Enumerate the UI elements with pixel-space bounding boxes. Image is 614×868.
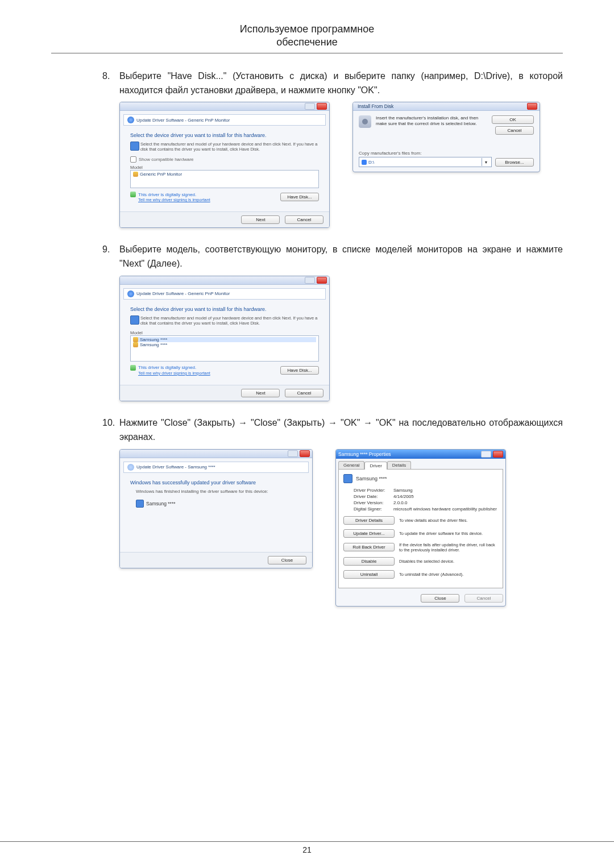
step-8-number: 8. (102, 69, 119, 98)
uninstall-button[interactable]: Uninstall (343, 570, 395, 579)
breadcrumb-text: Update Driver Software - Samsung **** (136, 464, 215, 470)
model-item: Generic PnP Monitor (140, 172, 182, 177)
tab-details[interactable]: Details (387, 461, 411, 469)
model-listbox[interactable]: Samsung **** Samsung **** (130, 335, 319, 362)
device-entry: Samsung **** (136, 500, 302, 508)
shield-icon (130, 192, 136, 197)
back-icon[interactable] (127, 290, 134, 297)
step-9: 9. Выберите модель, соответствующую мони… (102, 243, 563, 271)
next-button[interactable]: Next (241, 389, 280, 397)
disk-icon (359, 115, 371, 128)
provider-value: Samsung (393, 488, 413, 493)
why-signing-link[interactable]: Tell me why driver signing is important (138, 197, 210, 202)
page-number: 21 (0, 841, 614, 854)
titlebar: Samsung **** Properties (336, 450, 505, 459)
titlebar (120, 102, 329, 111)
dialog-update-driver-2: Update Driver Software - Generic PnP Mon… (119, 276, 330, 401)
step-10-number: 10. (102, 416, 119, 445)
cancel-button[interactable]: Cancel (285, 215, 323, 224)
ok-button[interactable]: OK (492, 115, 534, 124)
have-disk-button[interactable]: Have Disk... (280, 193, 319, 201)
provider-key: Driver Provider: (354, 488, 393, 493)
ifd-title: Install From Disk (355, 103, 393, 109)
monitor-icon (343, 474, 352, 483)
next-button[interactable]: Next (241, 215, 280, 224)
uninstall-desc: To uninstall the driver (Advanced). (399, 572, 498, 577)
help-icon[interactable] (481, 451, 491, 458)
back-icon[interactable] (127, 117, 134, 123)
monitor-item-icon (133, 172, 138, 177)
date-value: 4/14/2005 (393, 494, 414, 499)
breadcrumb: Update Driver Software - Generic PnP Mon… (123, 288, 326, 300)
cancel-button[interactable]: Cancel (285, 389, 323, 397)
minimize-icon[interactable] (305, 277, 315, 284)
close-icon[interactable] (493, 451, 503, 458)
update-driver-button[interactable]: Update Driver... (343, 529, 395, 538)
have-disk-button[interactable]: Have Disk... (280, 366, 319, 375)
cancel-button: Cancel (464, 594, 503, 603)
dialog-title: Select the device driver you want to ins… (130, 132, 319, 138)
close-button[interactable]: Close (268, 556, 306, 564)
device-name: Samsung **** (356, 476, 387, 481)
props-title: Samsung **** Properties (338, 451, 391, 457)
model-label: Model (130, 330, 319, 335)
step-8-text: Выберите "Have Disk..." (Установить с ди… (119, 69, 563, 98)
titlebar: Install From Disk (353, 102, 540, 111)
tab-general[interactable]: General (338, 461, 364, 469)
device-icon (130, 315, 139, 325)
location-icon (362, 160, 367, 165)
close-button[interactable]: Close (421, 594, 459, 603)
tab-body-driver: Samsung **** Driver Provider:Samsung Dri… (338, 469, 503, 588)
minimize-icon[interactable] (288, 450, 298, 457)
path-combobox[interactable]: D:\ ▼ (359, 157, 492, 167)
version-key: Driver Version: (354, 500, 393, 505)
header-line2: обеспечение (51, 36, 563, 49)
close-icon[interactable] (527, 103, 537, 110)
close-icon[interactable] (317, 103, 327, 110)
step-9-text: Выберите модель, соответствующую монитор… (119, 243, 563, 271)
update-driver-desc: To update the driver software for this d… (399, 531, 498, 536)
header-line1: Используемое программное (240, 23, 375, 35)
browse-button[interactable]: Browse... (495, 158, 534, 167)
titlebar (120, 276, 329, 285)
dialog-device-properties: Samsung **** Properties General Driver D… (335, 449, 506, 607)
signer-value: microsoft windows hardware compatibility… (393, 506, 497, 512)
chevron-down-icon[interactable]: ▼ (482, 158, 490, 166)
monitor-item-icon (133, 337, 138, 342)
minimize-icon[interactable] (305, 103, 315, 110)
monitor-icon (136, 500, 144, 508)
cancel-button[interactable]: Cancel (495, 126, 534, 135)
model-item-1: Samsung **** (140, 337, 167, 342)
ifd-text: Insert the manufacturer's installation d… (376, 115, 487, 126)
dialog-description: Select the manufacturer and model of you… (140, 315, 319, 326)
back-icon (127, 464, 134, 471)
breadcrumb-text: Update Driver Software - Generic PnP Mon… (136, 291, 230, 296)
model-listbox[interactable]: Generic PnP Monitor (130, 170, 319, 188)
signed-label: This driver is digitally signed. (138, 365, 196, 370)
driver-details-button[interactable]: Driver Details (343, 516, 395, 525)
rollback-driver-button[interactable]: Roll Back Driver (343, 543, 395, 551)
dialog-install-from-disk: Install From Disk Insert the manufacture… (352, 102, 540, 172)
breadcrumb-text: Update Driver Software - Generic PnP Mon… (136, 118, 230, 123)
tab-driver[interactable]: Driver (364, 462, 387, 470)
rollback-driver-desc: If the device fails after updating the d… (399, 542, 498, 553)
dialog-update-success: Update Driver Software - Samsung **** Wi… (119, 449, 313, 568)
step-9-number: 9. (102, 243, 119, 271)
show-compatible-checkbox[interactable]: Show compatible hardware (130, 156, 319, 163)
close-icon[interactable] (317, 277, 327, 284)
disable-button[interactable]: Disable (343, 557, 395, 566)
version-value: 2.0.0.0 (393, 500, 407, 505)
signer-key: Digital Signer: (354, 506, 393, 512)
step-10: 10. Нажмите "Close" (Закрыть) → "Close" … (102, 416, 563, 445)
driver-details-desc: To view details about the driver files. (399, 518, 498, 523)
step-8: 8. Выберите "Have Disk..." (Установить с… (102, 69, 563, 98)
monitor-item-icon (133, 342, 138, 347)
tabs: General Driver Details (338, 461, 503, 469)
checkbox-icon (130, 156, 136, 163)
close-icon[interactable] (300, 450, 310, 457)
why-signing-link[interactable]: Tell me why driver signing is important (138, 371, 210, 376)
breadcrumb: Update Driver Software - Samsung **** (123, 462, 309, 473)
device-name: Samsung **** (146, 501, 176, 506)
success-desc: Windows has finished installing the driv… (136, 489, 302, 494)
dialog-update-driver-1: Update Driver Software - Generic PnP Mon… (119, 102, 330, 228)
